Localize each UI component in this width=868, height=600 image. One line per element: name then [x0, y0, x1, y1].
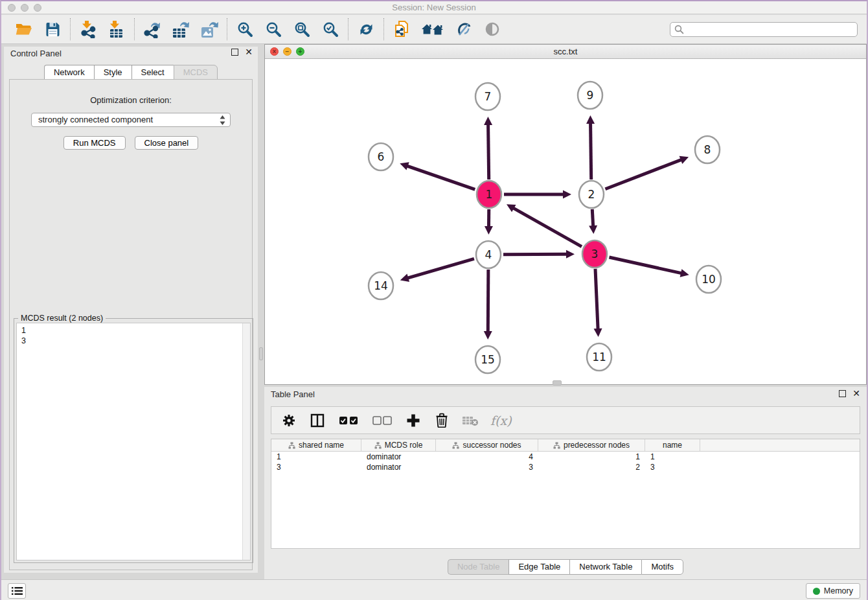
graph-edge-4-3[interactable]: [503, 254, 567, 255]
graph-edge-3-1[interactable]: [513, 208, 582, 247]
graph-edge-3-10[interactable]: [609, 257, 682, 273]
hide-all-columns-button[interactable]: [371, 412, 393, 429]
graph-node-label: 3: [591, 248, 599, 260]
column-header-successor-nodes[interactable]: successor nodes: [436, 439, 538, 451]
open-session-button[interactable]: [14, 19, 34, 39]
search-input[interactable]: [670, 22, 858, 37]
save-session-button[interactable]: [43, 19, 62, 39]
graph-node-1[interactable]: 1: [477, 181, 501, 208]
zoom-in-button[interactable]: [235, 19, 255, 39]
network-graph[interactable]: 7968124314101511: [265, 59, 866, 384]
tab-motifs[interactable]: Motifs: [641, 559, 683, 575]
criterion-dropdown[interactable]: strongly connected component: [31, 113, 231, 127]
graph-node-2[interactable]: 2: [579, 181, 604, 208]
close-panel-button[interactable]: Close panel: [135, 136, 199, 150]
zoom-selected-button[interactable]: [321, 19, 340, 39]
function-builder-button[interactable]: f(x): [490, 413, 512, 428]
tab-edge-table[interactable]: Edge Table: [508, 559, 569, 575]
graph-edge-1-7[interactable]: [488, 124, 489, 179]
graph-edge-arrow: [594, 329, 602, 337]
column-header-predecessor-nodes[interactable]: predecessor nodes: [538, 439, 645, 451]
import-table-button[interactable]: [107, 19, 126, 39]
close-table-panel-icon[interactable]: ✕: [852, 390, 860, 397]
cell-successor-nodes: 4: [436, 452, 538, 462]
column-header-name[interactable]: name: [645, 439, 700, 451]
table-row[interactable]: 1 dominator 4 1 1: [271, 452, 860, 462]
graph-edge-3-11[interactable]: [595, 269, 598, 330]
table-header-row: shared name MCDS role successor nodes pr…: [271, 439, 860, 452]
delete-table-button[interactable]: [462, 412, 479, 429]
tab-node-table[interactable]: Node Table: [448, 559, 509, 575]
zoom-fit-button[interactable]: [292, 19, 312, 39]
graph-edge-2-8[interactable]: [605, 159, 681, 189]
graph-edge-2-9[interactable]: [591, 122, 591, 179]
graph-node-11[interactable]: 11: [587, 343, 611, 371]
export-network-button[interactable]: [143, 19, 162, 39]
birdseye-view-button[interactable]: [483, 19, 502, 39]
export-image-button[interactable]: [200, 19, 219, 39]
titlebar: Session: New Session: [1, 1, 867, 14]
import-network-button[interactable]: [78, 19, 98, 39]
graph-edge-arrow: [563, 190, 571, 199]
zoom-selected-icon: [323, 21, 339, 38]
result-scrollbar[interactable]: [242, 323, 250, 560]
home-icon: [421, 21, 444, 37]
tab-style[interactable]: Style: [94, 65, 131, 80]
main-toolbar: [1, 15, 867, 44]
table-panel-title: Table Panel: [271, 389, 315, 399]
export-network-icon: [143, 21, 161, 38]
network-window-title: scc.txt: [265, 47, 866, 56]
graph-edge-4-15[interactable]: [488, 270, 488, 332]
graph-node-6[interactable]: 6: [369, 143, 393, 170]
export-table-button[interactable]: [171, 19, 190, 39]
graph-node-9[interactable]: 9: [578, 82, 602, 109]
graph-edge-1-6[interactable]: [407, 166, 475, 190]
graph-node-10[interactable]: 10: [696, 266, 721, 293]
node-table[interactable]: shared name MCDS role successor nodes pr…: [271, 439, 860, 549]
delete-column-button[interactable]: [433, 412, 450, 429]
run-mcds-button[interactable]: Run MCDS: [63, 136, 126, 150]
graph-edge-4-14[interactable]: [407, 259, 474, 278]
network-canvas[interactable]: 7968124314101511: [265, 59, 866, 384]
show-all-columns-button[interactable]: [337, 412, 360, 429]
horizontal-splitter-handle[interactable]: [553, 380, 562, 386]
tab-mcds[interactable]: MCDS: [174, 65, 218, 80]
float-panel-icon[interactable]: [231, 49, 238, 56]
close-panel-icon[interactable]: ✕: [245, 49, 253, 56]
graph-edge-2-3[interactable]: [592, 209, 593, 227]
graph-edge-arrow: [484, 117, 492, 125]
zoom-out-button[interactable]: [264, 19, 283, 39]
graph-node-4[interactable]: 4: [476, 241, 501, 268]
memory-button[interactable]: Memory: [806, 583, 860, 599]
mcds-result-box: MCDS result (2 nodes) 1 3: [14, 318, 253, 563]
vertical-splitter-handle[interactable]: [259, 347, 263, 360]
tab-network-table[interactable]: Network Table: [569, 559, 641, 575]
graph-node-label: 4: [485, 248, 492, 261]
mcds-result-area[interactable]: 1 3: [16, 323, 251, 560]
show-log-button[interactable]: [8, 583, 26, 599]
graph-edge-arrow: [484, 331, 492, 340]
graph-node-15[interactable]: 15: [475, 346, 500, 373]
column-header-shared-name[interactable]: shared name: [271, 439, 361, 451]
graph-node-label: 10: [702, 273, 716, 286]
tab-select[interactable]: Select: [131, 65, 174, 80]
duplicate-network-button[interactable]: [392, 19, 411, 39]
column-header-mcds-role[interactable]: MCDS role: [361, 439, 436, 451]
table-settings-button[interactable]: [280, 412, 297, 429]
graph-node-14[interactable]: 14: [369, 272, 393, 299]
column-header-filler: [700, 439, 860, 451]
toggle-graphics-details-button[interactable]: [454, 19, 474, 39]
tab-network[interactable]: Network: [44, 65, 94, 80]
show-networks-home-button[interactable]: [420, 19, 445, 39]
graph-node-8[interactable]: 8: [695, 136, 720, 163]
float-table-panel-icon[interactable]: [839, 390, 846, 397]
table-row[interactable]: 3 dominator 3 2 3: [271, 462, 860, 472]
graph-node-label: 2: [588, 188, 595, 201]
graph-node-7[interactable]: 7: [475, 83, 500, 110]
select-columns-button[interactable]: [309, 412, 326, 429]
refresh-layout-button[interactable]: [356, 19, 376, 39]
graph-node-3[interactable]: 3: [582, 240, 607, 268]
create-column-button[interactable]: [405, 412, 422, 429]
checked-boxes-icon: [339, 416, 358, 425]
graph-edge-arrow: [586, 115, 595, 124]
